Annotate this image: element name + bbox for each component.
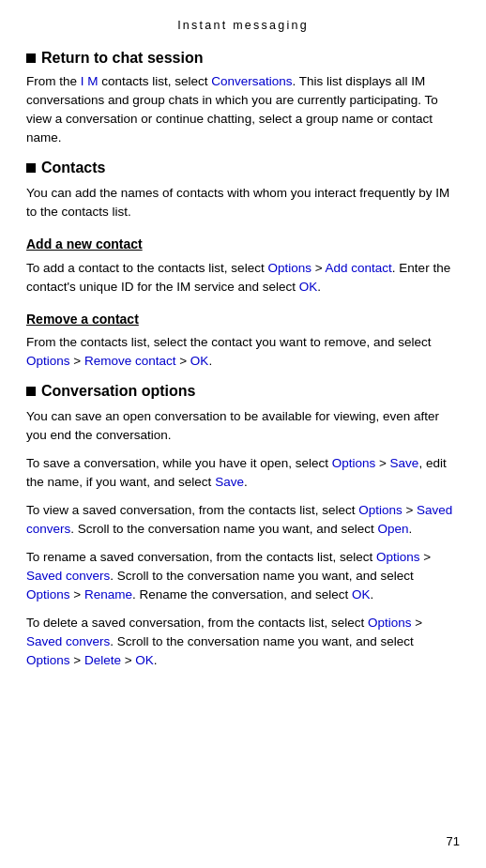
contacts-para: You can add the names of contacts with w… xyxy=(26,184,460,221)
conv-options-para-1: You can save an open conversation to be … xyxy=(26,407,460,445)
page-number: 71 xyxy=(447,833,460,851)
delete-link: Delete xyxy=(84,653,121,667)
section-conversation-options: Conversation options xyxy=(26,380,460,402)
options-link-7: Options xyxy=(26,653,70,667)
conv-options-para-3: To view a saved conversation, from the c… xyxy=(26,501,460,539)
header-title: Instant messaging xyxy=(177,19,309,32)
remove-contact-link: Remove contact xyxy=(84,354,176,368)
options-save-1: Options xyxy=(332,456,376,470)
page-container: Instant messaging Return to chat session… xyxy=(0,0,486,717)
ok-link-3: OK xyxy=(352,587,371,602)
conv-options-para-5: To delete a saved conversation, from the… xyxy=(26,614,460,670)
add-contact-para: To add a contact to the contacts list, s… xyxy=(26,259,460,297)
rename-link: Rename xyxy=(84,587,132,602)
bullet-icon xyxy=(26,53,36,63)
section-contacts: Contacts xyxy=(26,157,460,178)
remove-contact-para: From the contacts list, select the conta… xyxy=(26,333,460,371)
page-number-text: 71 xyxy=(447,834,460,848)
save-link-1: Save xyxy=(390,456,419,470)
contacts-heading-text: Contacts xyxy=(41,157,105,178)
remove-contact-heading: Remove a contact xyxy=(26,310,460,328)
options-link-2: Options xyxy=(26,354,70,368)
saved-convers-link-3: Saved convers xyxy=(26,634,110,648)
options-link-3: Options xyxy=(358,503,402,517)
ok-link-2: OK xyxy=(190,354,209,368)
section-heading-text: Return to chat session xyxy=(41,47,203,69)
options-link-1: Options xyxy=(267,261,311,275)
page-header: Instant messaging xyxy=(26,17,460,34)
section-return-to-chat: Return to chat session xyxy=(26,47,460,69)
add-contact-link: Add contact xyxy=(326,261,392,275)
im-link: I M xyxy=(81,74,99,88)
add-contact-heading: Add a new contact xyxy=(26,235,460,253)
open-link: Open xyxy=(377,522,408,536)
options-link-6: Options xyxy=(368,616,412,630)
bullet-icon-contacts xyxy=(26,163,36,173)
conv-options-heading-text: Conversation options xyxy=(41,380,195,402)
ok-link-1: OK xyxy=(299,280,318,294)
options-link-5: Options xyxy=(26,587,70,602)
ok-link-4: OK xyxy=(135,653,154,667)
bullet-icon-conv xyxy=(26,387,36,396)
options-link-4: Options xyxy=(376,550,420,564)
conv-options-para-2: To save a conversation, while you have i… xyxy=(26,454,460,492)
save-link-2: Save xyxy=(215,475,244,489)
remove-contact-heading-text: Remove a contact xyxy=(26,312,139,327)
conv-options-para-4: To rename a saved conversation, from the… xyxy=(26,548,460,604)
conversations-link: Conversations xyxy=(211,74,292,88)
saved-convers-link-2: Saved convers xyxy=(26,569,110,583)
add-contact-heading-text: Add a new contact xyxy=(26,236,143,251)
return-to-chat-para: From the I M contacts list, select Conve… xyxy=(26,72,460,147)
